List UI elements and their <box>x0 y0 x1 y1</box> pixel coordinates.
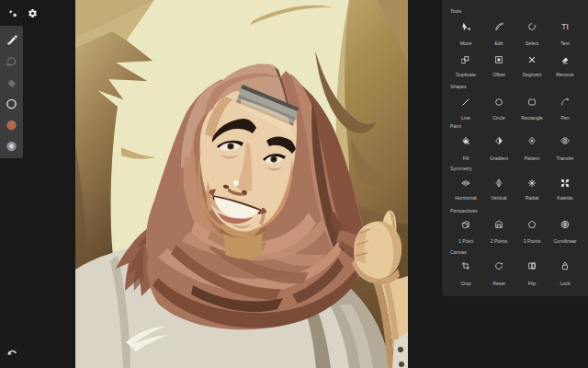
svg-text:Tt: Tt <box>561 22 569 31</box>
